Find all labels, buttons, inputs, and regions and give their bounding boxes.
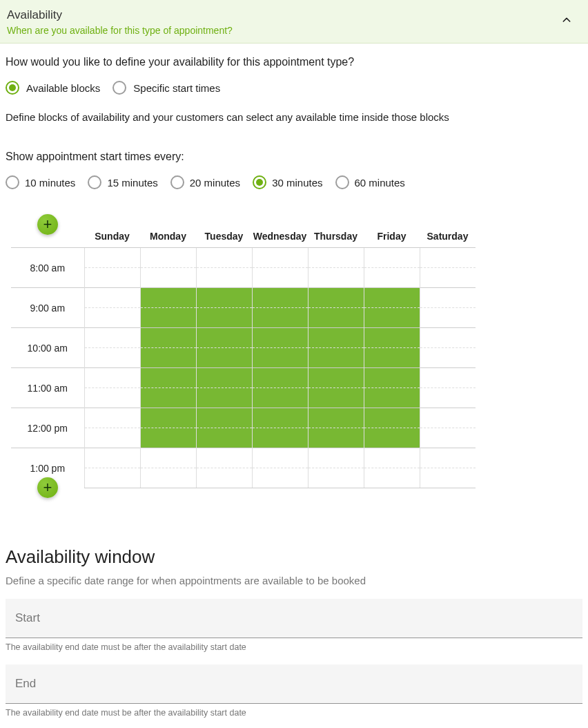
slot-empty[interactable] bbox=[308, 248, 364, 268]
radio-label: 20 minutes bbox=[190, 177, 240, 189]
slot-empty[interactable] bbox=[252, 468, 308, 488]
slot-available[interactable] bbox=[140, 428, 196, 448]
slot-available[interactable] bbox=[252, 328, 308, 348]
slot-available[interactable] bbox=[308, 328, 364, 348]
slot-empty[interactable] bbox=[252, 268, 308, 288]
slot-empty[interactable] bbox=[420, 348, 476, 368]
slot-empty[interactable] bbox=[140, 448, 196, 468]
slot-available[interactable] bbox=[196, 408, 252, 428]
slot-available[interactable] bbox=[364, 388, 420, 408]
slot-available[interactable] bbox=[140, 388, 196, 408]
time-label: 11:00 am bbox=[11, 368, 84, 408]
slot-empty[interactable] bbox=[308, 468, 364, 488]
slot-empty[interactable] bbox=[196, 448, 252, 468]
slot-available[interactable] bbox=[252, 388, 308, 408]
slot-available[interactable] bbox=[196, 328, 252, 348]
slot-empty[interactable] bbox=[84, 288, 140, 308]
slot-available[interactable] bbox=[252, 428, 308, 448]
slot-available[interactable] bbox=[196, 388, 252, 408]
slot-empty[interactable] bbox=[196, 248, 252, 268]
slot-available[interactable] bbox=[308, 428, 364, 448]
slot-available[interactable] bbox=[252, 288, 308, 308]
slot-available[interactable] bbox=[196, 288, 252, 308]
slot-empty[interactable] bbox=[308, 448, 364, 468]
slot-empty[interactable] bbox=[140, 248, 196, 268]
slot-available[interactable] bbox=[196, 428, 252, 448]
slot-empty[interactable] bbox=[420, 288, 476, 308]
radio-15-minutes[interactable]: 15 minutes bbox=[88, 175, 157, 189]
slot-available[interactable] bbox=[364, 408, 420, 428]
slot-empty[interactable] bbox=[252, 248, 308, 268]
slot-available[interactable] bbox=[140, 328, 196, 348]
slot-available[interactable] bbox=[196, 368, 252, 388]
slot-available[interactable] bbox=[308, 408, 364, 428]
radio-60-minutes[interactable]: 60 minutes bbox=[335, 175, 405, 189]
slot-available[interactable] bbox=[364, 308, 420, 328]
slot-available[interactable] bbox=[364, 428, 420, 448]
slot-empty[interactable] bbox=[84, 428, 140, 448]
slot-available[interactable] bbox=[196, 308, 252, 328]
slot-empty[interactable] bbox=[420, 268, 476, 288]
collapse-toggle[interactable] bbox=[560, 15, 573, 28]
slot-empty[interactable] bbox=[420, 388, 476, 408]
slot-available[interactable] bbox=[308, 308, 364, 328]
slot-empty[interactable] bbox=[84, 348, 140, 368]
slot-empty[interactable] bbox=[196, 268, 252, 288]
slot-available[interactable] bbox=[308, 288, 364, 308]
end-date-field[interactable]: End bbox=[6, 664, 582, 704]
radio-specific-start-times[interactable]: Specific start times bbox=[112, 81, 220, 95]
slot-empty[interactable] bbox=[420, 328, 476, 348]
slot-available[interactable] bbox=[140, 308, 196, 328]
slot-empty[interactable] bbox=[420, 428, 476, 448]
slot-empty[interactable] bbox=[308, 268, 364, 288]
slot-empty[interactable] bbox=[84, 408, 140, 428]
slot-empty[interactable] bbox=[420, 308, 476, 328]
start-date-field[interactable]: Start bbox=[6, 599, 582, 638]
radio-30-minutes[interactable]: 30 minutes bbox=[253, 175, 322, 189]
slot-empty[interactable] bbox=[420, 468, 476, 488]
add-later-button[interactable]: + bbox=[37, 477, 58, 498]
slot-empty[interactable] bbox=[84, 328, 140, 348]
slot-available[interactable] bbox=[252, 408, 308, 428]
radio-20-minutes[interactable]: 20 minutes bbox=[170, 175, 240, 189]
slot-available[interactable] bbox=[252, 368, 308, 388]
availability-body: How would you like to define your availa… bbox=[0, 44, 588, 728]
slot-empty[interactable] bbox=[252, 448, 308, 468]
slot-available[interactable] bbox=[252, 348, 308, 368]
slot-empty[interactable] bbox=[196, 468, 252, 488]
slot-empty[interactable] bbox=[84, 308, 140, 328]
slot-available[interactable] bbox=[308, 388, 364, 408]
slot-available[interactable] bbox=[364, 288, 420, 308]
slot-empty[interactable] bbox=[364, 448, 420, 468]
slot-empty[interactable] bbox=[84, 468, 140, 488]
slot-empty[interactable] bbox=[84, 268, 140, 288]
slot-available[interactable] bbox=[364, 368, 420, 388]
slot-empty[interactable] bbox=[420, 408, 476, 428]
slot-empty[interactable] bbox=[364, 248, 420, 268]
slot-empty[interactable] bbox=[84, 388, 140, 408]
radio-10-minutes[interactable]: 10 minutes bbox=[6, 175, 75, 189]
slot-empty[interactable] bbox=[420, 448, 476, 468]
radio-available-blocks[interactable]: Available blocks bbox=[6, 81, 100, 95]
slot-available[interactable] bbox=[196, 348, 252, 368]
slot-empty[interactable] bbox=[140, 468, 196, 488]
slot-available[interactable] bbox=[140, 288, 196, 308]
add-earlier-button[interactable]: + bbox=[37, 214, 58, 235]
availability-header: Availability When are you available for … bbox=[0, 0, 588, 44]
slot-empty[interactable] bbox=[84, 248, 140, 268]
slot-available[interactable] bbox=[140, 348, 196, 368]
slot-available[interactable] bbox=[252, 308, 308, 328]
slot-empty[interactable] bbox=[140, 268, 196, 288]
slot-empty[interactable] bbox=[364, 468, 420, 488]
slot-empty[interactable] bbox=[84, 448, 140, 468]
slot-available[interactable] bbox=[140, 368, 196, 388]
slot-available[interactable] bbox=[364, 348, 420, 368]
slot-available[interactable] bbox=[308, 368, 364, 388]
slot-available[interactable] bbox=[140, 408, 196, 428]
slot-empty[interactable] bbox=[420, 248, 476, 268]
slot-empty[interactable] bbox=[84, 368, 140, 388]
slot-empty[interactable] bbox=[364, 268, 420, 288]
slot-available[interactable] bbox=[308, 348, 364, 368]
slot-available[interactable] bbox=[364, 328, 420, 348]
slot-empty[interactable] bbox=[420, 368, 476, 388]
